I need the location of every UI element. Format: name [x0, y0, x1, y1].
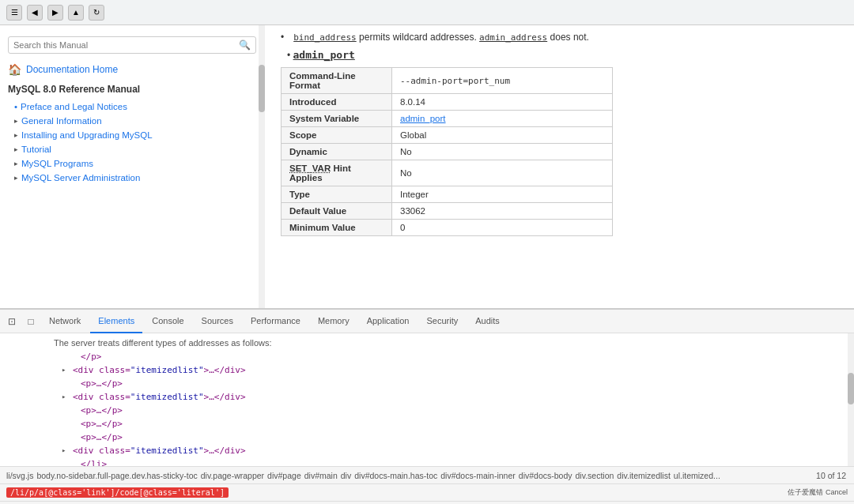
table-label-setvar: SET_VAR Hint Applies	[282, 160, 392, 186]
sidebar-toggle-btn[interactable]: ☰	[6, 5, 22, 21]
code-line-9: </li>	[6, 457, 848, 466]
path-item-wrapper[interactable]: div.page-wrapper	[201, 471, 264, 480]
table-row: Type Integer	[282, 186, 613, 203]
table-value-cmd: --admin-port=port_num	[392, 68, 613, 94]
devtools-panel: ⊡ □ Network Elements Console Sources Per…	[0, 308, 854, 466]
table-row: Minimum Value 0	[282, 220, 613, 236]
path-bar: li/svg.js body.no-sidebar.full-page.dev.…	[0, 466, 854, 483]
path-item-svg: li/svg.js	[6, 471, 33, 480]
path-item-main[interactable]: div#main	[304, 471, 338, 480]
table-label-scope: Scope	[282, 127, 392, 144]
bullet-text: bind_address permits wildcard addresses.…	[293, 32, 589, 43]
path-item-docs-body[interactable]: div#docs-body	[519, 471, 572, 480]
table-value-setvar: No	[392, 160, 613, 186]
sidebar-item-installing[interactable]: Installing and Upgrading MySQL	[8, 128, 256, 142]
nav-up-btn[interactable]: ▲	[68, 5, 84, 21]
sidebar-item-general[interactable]: General Information	[8, 114, 256, 128]
doc-home-label: Documentation Home	[26, 64, 118, 75]
table-value-default: 33062	[392, 203, 613, 220]
table-label-min: Minimum Value	[282, 220, 392, 236]
sidebar-item-tutorial[interactable]: Tutorial	[8, 142, 256, 156]
bullet-text-part2: does not.	[550, 32, 589, 43]
table-row: Command-Line Format --admin-port=port_nu…	[282, 68, 613, 94]
sidebar-search-box[interactable]: 🔍	[8, 36, 256, 54]
sidebar-item-programs[interactable]: MySQL Programs	[8, 156, 256, 171]
path-item-body[interactable]: body.no-sidebar.full-page.dev.has-sticky…	[36, 471, 197, 480]
nav-refresh-btn[interactable]: ↻	[89, 5, 104, 21]
tab-application[interactable]: Application	[359, 310, 418, 333]
tab-network[interactable]: Network	[41, 310, 89, 333]
page-count: 10 of 12	[816, 471, 846, 480]
table-value-scope: Global	[392, 127, 613, 144]
table-row: Dynamic No	[282, 144, 613, 160]
path-item-ul[interactable]: ul.itemized...	[674, 471, 720, 480]
table-label-sysvar: System Variable	[282, 111, 392, 127]
code-line-2: ▸ <div class="itemizedlist">…</div>	[6, 363, 848, 377]
nav-back-btn[interactable]: ◀	[27, 5, 43, 21]
tab-console[interactable]: Console	[144, 310, 191, 333]
tab-sources[interactable]: Sources	[194, 310, 241, 333]
chinese-text: 佐子爱魔错 Cancel	[788, 487, 848, 498]
doc-home-link[interactable]: 🏠 Documentation Home	[0, 58, 264, 81]
table-row: Default Value 33062	[282, 203, 613, 220]
table-value-type: Integer	[392, 186, 613, 203]
table-label-type: Type	[282, 186, 392, 203]
info-text: The server treats different types of add…	[6, 337, 848, 350]
home-icon: 🏠	[8, 63, 21, 76]
code-line-5: <p>…</p>	[6, 404, 848, 417]
table-row: Introduced 8.0.14	[282, 94, 613, 111]
devtools-scrollbar[interactable]	[848, 333, 854, 466]
table-value-introduced: 8.0.14	[392, 94, 613, 111]
admin-port-code: admin_port	[293, 49, 355, 61]
table-value-sysvar: admin_port	[392, 111, 613, 127]
table-value-dynamic: No	[392, 144, 613, 160]
manual-title: MySQL 8.0 Reference Manual	[0, 81, 264, 100]
path-item-docs-main-inner[interactable]: div#docs-main-inner	[440, 471, 516, 480]
main-area: 🔍 🏠 Documentation Home MySQL 8.0 Referen…	[0, 25, 854, 308]
path-item-section[interactable]: div.section	[576, 471, 614, 480]
sysvar-link[interactable]: admin_port	[400, 114, 446, 123]
path-item-itemizedlist[interactable]: div.itemizedlist	[617, 471, 671, 480]
doc-bullet-1: bind_address permits wildcard addresses.…	[281, 32, 838, 43]
property-table: Command-Line Format --admin-port=port_nu…	[281, 67, 613, 236]
sidebar: 🔍 🏠 Documentation Home MySQL 8.0 Referen…	[0, 25, 265, 191]
sidebar-item-server-admin[interactable]: MySQL Server Administration	[8, 171, 256, 185]
code-line-3: <p>…</p>	[6, 377, 848, 390]
code-line-8: ▸ <div class="itemizedlist">…</div>	[6, 444, 848, 457]
tab-memory[interactable]: Memory	[310, 310, 357, 333]
doc-content: bind_address permits wildcard addresses.…	[265, 25, 854, 308]
sidebar-scrollbar-thumb[interactable]	[259, 65, 265, 112]
devtools-code-area: The server treats different types of add…	[0, 333, 854, 466]
devtools-content: The server treats different types of add…	[0, 333, 854, 466]
bind-address-code: bind_address	[293, 32, 356, 43]
bullet-text-part1: permits wildcard addresses.	[359, 32, 479, 43]
devtools-inspect-btn[interactable]: □	[22, 313, 40, 330]
sidebar-nav: • Preface and Legal Notices General Info…	[0, 100, 264, 185]
devtools-scrollbar-thumb[interactable]	[848, 373, 854, 404]
code-line-7: <p>…</p>	[6, 431, 848, 444]
nav-forward-btn[interactable]: ▶	[47, 5, 63, 21]
table-label-cmd: Command-Line Format	[282, 68, 392, 94]
console-bar: Console	[0, 501, 854, 504]
devtools-tabs-bar: ⊡ □ Network Elements Console Sources Per…	[0, 310, 854, 333]
highlighted-xpath: /li/p/a[@class='link']/code[@class='lite…	[6, 487, 229, 498]
table-row: Scope Global	[282, 127, 613, 144]
code-line-6: <p>…</p>	[6, 417, 848, 431]
tab-elements[interactable]: Elements	[90, 310, 142, 333]
tab-audits[interactable]: Audits	[467, 310, 508, 333]
sidebar-scrollbar[interactable]	[259, 25, 265, 308]
path-item-page[interactable]: div#page	[267, 471, 301, 480]
arrow-icon: ▸	[62, 390, 73, 404]
table-label-introduced: Introduced	[282, 94, 392, 111]
tab-security[interactable]: Security	[418, 310, 466, 333]
sidebar-item-preface[interactable]: • Preface and Legal Notices	[8, 100, 256, 114]
path-item-docs-main[interactable]: div#docs-main.has-toc	[354, 471, 437, 480]
admin-address-code: admin_address	[479, 32, 547, 43]
table-label-dynamic: Dynamic	[282, 144, 392, 160]
devtools-pointer-btn[interactable]: ⊡	[3, 313, 21, 330]
tab-performance[interactable]: Performance	[243, 310, 308, 333]
sidebar-container: 🔍 🏠 Documentation Home MySQL 8.0 Referen…	[0, 25, 265, 308]
search-input[interactable]	[13, 40, 239, 50]
path-item-div[interactable]: div	[341, 471, 351, 480]
arrow-icon: ▸	[62, 363, 73, 377]
